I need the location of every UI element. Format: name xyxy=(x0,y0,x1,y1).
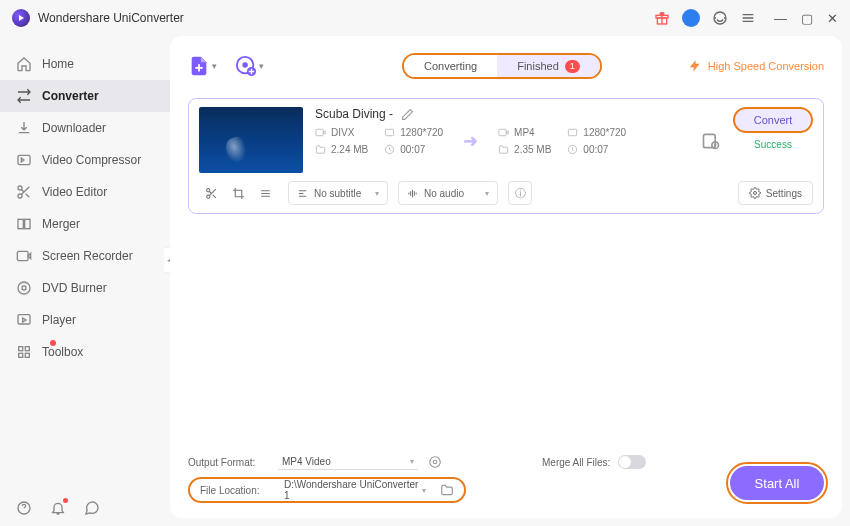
svg-point-5 xyxy=(18,194,22,198)
svg-point-4 xyxy=(18,186,22,190)
sidebar-item-recorder[interactable]: Screen Recorder xyxy=(0,240,170,272)
svg-rect-14 xyxy=(19,353,23,357)
svg-rect-15 xyxy=(25,353,29,357)
source-duration: 00:07 xyxy=(400,144,425,155)
svg-rect-21 xyxy=(386,129,394,135)
sidebar: Home Converter Downloader Video Compress… xyxy=(0,36,170,526)
finished-count-badge: 1 xyxy=(565,60,580,73)
notification-dot-icon xyxy=(50,340,56,346)
sidebar-item-label: Toolbox xyxy=(42,345,83,359)
speed-info-button[interactable]: ⓘ xyxy=(508,181,532,205)
format-settings-icon[interactable] xyxy=(428,455,442,469)
settings-button[interactable]: Settings xyxy=(738,181,813,205)
sidebar-item-label: Video Editor xyxy=(42,185,107,199)
add-file-button[interactable]: ▾ xyxy=(188,55,217,77)
high-speed-conversion-button[interactable]: High Speed Conversion xyxy=(688,59,824,73)
gift-icon[interactable] xyxy=(654,10,670,26)
sidebar-item-label: Converter xyxy=(42,89,99,103)
target-format: MP4 xyxy=(514,127,535,138)
support-icon[interactable] xyxy=(712,10,728,26)
merge-label: Merge All Files: xyxy=(542,457,610,468)
status-text: Success xyxy=(754,139,792,150)
maximize-button[interactable]: ▢ xyxy=(801,11,813,26)
bell-icon[interactable] xyxy=(50,500,66,516)
help-icon[interactable] xyxy=(16,500,32,516)
source-format: DIVX xyxy=(331,127,354,138)
file-card: Scuba Diving - DIVX 2.24 MB 1280*720 00:… xyxy=(188,98,824,214)
sidebar-item-label: Screen Recorder xyxy=(42,249,133,263)
scissors-icon xyxy=(16,184,32,200)
titlebar: Wondershare UniConverter — ▢ ✕ xyxy=(0,0,850,36)
user-avatar-icon[interactable] xyxy=(682,9,700,27)
tab-finished[interactable]: Finished 1 xyxy=(497,55,600,77)
sidebar-item-toolbox[interactable]: Toolbox xyxy=(0,336,170,368)
caret-down-icon: ▾ xyxy=(259,61,264,71)
minimize-button[interactable]: — xyxy=(774,11,787,26)
svg-rect-20 xyxy=(316,129,323,135)
sidebar-item-editor[interactable]: Video Editor xyxy=(0,176,170,208)
sidebar-item-label: Video Compressor xyxy=(42,153,141,167)
video-thumbnail[interactable] xyxy=(199,107,303,173)
folder-icon xyxy=(498,144,509,155)
svg-rect-26 xyxy=(704,134,716,147)
svg-point-10 xyxy=(22,286,26,290)
sidebar-item-player[interactable]: Player xyxy=(0,304,170,336)
target-size: 2.35 MB xyxy=(514,144,551,155)
gear-icon xyxy=(749,187,761,199)
folder-icon xyxy=(315,144,326,155)
crop-icon[interactable] xyxy=(232,187,245,200)
file-location-select[interactable]: D:\Wondershare UniConverter 1 ▾ xyxy=(280,477,430,503)
add-url-button[interactable]: ▾ xyxy=(235,55,264,77)
caret-down-icon: ▾ xyxy=(212,61,217,71)
sidebar-item-dvd[interactable]: DVD Burner xyxy=(0,272,170,304)
menu-icon[interactable] xyxy=(740,10,756,26)
more-icon[interactable] xyxy=(259,187,272,200)
add-disc-icon xyxy=(235,55,257,77)
sidebar-item-compressor[interactable]: Video Compressor xyxy=(0,144,170,176)
sidebar-item-merger[interactable]: Merger xyxy=(0,208,170,240)
trim-icon[interactable] xyxy=(205,187,218,200)
feedback-icon[interactable] xyxy=(84,500,100,516)
svg-rect-23 xyxy=(499,129,506,135)
sidebar-item-label: Player xyxy=(42,313,76,327)
disc-icon xyxy=(16,280,32,296)
sidebar-item-downloader[interactable]: Downloader xyxy=(0,112,170,144)
edit-name-icon[interactable] xyxy=(401,108,414,121)
close-button[interactable]: ✕ xyxy=(827,11,838,26)
tab-converting[interactable]: Converting xyxy=(404,55,497,77)
sidebar-item-converter[interactable]: Converter xyxy=(0,80,170,112)
source-size: 2.24 MB xyxy=(331,144,368,155)
subtitle-select[interactable]: No subtitle ▾ xyxy=(288,181,388,205)
recorder-icon xyxy=(16,248,32,264)
svg-rect-24 xyxy=(569,129,577,135)
file-settings-icon[interactable] xyxy=(701,131,721,151)
file-name: Scuba Diving - xyxy=(315,107,393,121)
svg-point-18 xyxy=(242,62,248,68)
svg-rect-12 xyxy=(19,347,23,351)
target-resolution: 1280*720 xyxy=(583,127,626,138)
sidebar-item-label: DVD Burner xyxy=(42,281,107,295)
svg-point-29 xyxy=(207,195,210,198)
svg-rect-6 xyxy=(18,219,23,228)
status-tabs: Converting Finished 1 xyxy=(402,53,602,79)
merger-icon xyxy=(16,216,32,232)
audio-select[interactable]: No audio ▾ xyxy=(398,181,498,205)
app-logo-icon xyxy=(12,9,30,27)
clock-icon xyxy=(384,144,395,155)
source-resolution: 1280*720 xyxy=(400,127,443,138)
toolbar: ▾ ▾ Converting Finished 1 High Speed Con… xyxy=(188,50,824,82)
svg-rect-8 xyxy=(17,251,28,260)
svg-point-31 xyxy=(433,460,437,464)
subtitle-icon xyxy=(297,188,308,199)
svg-point-30 xyxy=(753,192,756,195)
output-format-select[interactable]: MP4 Video ▾ xyxy=(278,454,418,470)
resolution-icon xyxy=(384,127,395,138)
footer: Output Format: MP4 Video ▾ Merge All Fil… xyxy=(188,438,824,504)
start-all-button[interactable]: Start All xyxy=(730,466,824,500)
svg-point-28 xyxy=(207,188,210,191)
open-folder-icon[interactable] xyxy=(440,483,454,497)
sidebar-item-home[interactable]: Home xyxy=(0,48,170,80)
convert-button[interactable]: Convert xyxy=(733,107,813,133)
merge-toggle[interactable] xyxy=(618,455,646,469)
svg-point-32 xyxy=(430,457,441,468)
